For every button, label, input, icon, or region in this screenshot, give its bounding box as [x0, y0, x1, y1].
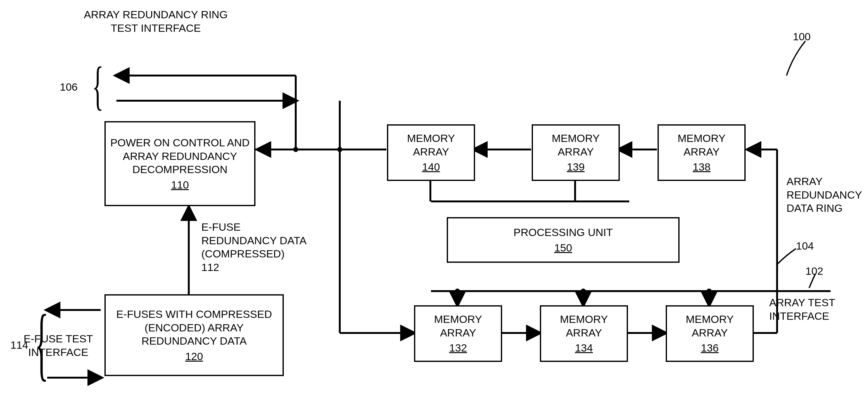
- ref-114: 114: [10, 338, 28, 352]
- block-mem-140: MEMORY ARRAY 140: [387, 124, 475, 181]
- pu-ref: 150: [554, 241, 572, 255]
- svg-point-24: [581, 288, 586, 294]
- mem-139-text: MEMORY ARRAY: [536, 131, 615, 158]
- title-array-redundancy-ring-test-interface: ARRAY REDUNDANCY RING TEST INTERFACE: [58, 8, 253, 35]
- mem-136-text: MEMORY ARRAY: [670, 312, 749, 339]
- ref-104: 104: [796, 239, 814, 253]
- mem-140-ref: 140: [422, 160, 440, 174]
- ref-100: 100: [793, 30, 811, 43]
- block-efuses: E-FUSES WITH COMPRESSED (ENCODED) ARRAY …: [104, 294, 284, 376]
- svg-point-22: [455, 288, 460, 294]
- label-efuse-redundancy-data: E-FUSE REDUNDANCY DATA (COMPRESSED) 112: [202, 220, 306, 274]
- mem-134-text: MEMORY ARRAY: [544, 312, 624, 339]
- diagram-root: ARRAY REDUNDANCY RING TEST INTERFACE 106…: [0, 0, 868, 400]
- svg-point-26: [707, 288, 712, 294]
- brace-106: {: [92, 59, 103, 112]
- block-power-text: POWER ON CONTROL AND ARRAY REDUNDANCY DE…: [109, 136, 251, 176]
- block-mem-136: MEMORY ARRAY 136: [666, 305, 754, 362]
- label-efuse-test-interface: E-FUSE TEST INTERFACE: [24, 332, 93, 359]
- label-array-test-interface: ARRAY TEST INTERFACE: [769, 296, 835, 322]
- pu-text: PROCESSING UNIT: [514, 226, 613, 239]
- block-mem-139: MEMORY ARRAY 139: [532, 124, 620, 181]
- block-processing-unit: PROCESSING UNIT 150: [447, 217, 680, 263]
- block-power-ref: 110: [171, 178, 189, 192]
- ref-102: 102: [805, 264, 823, 278]
- mem-138-text: MEMORY ARRAY: [662, 131, 741, 158]
- svg-point-7: [293, 147, 298, 152]
- block-mem-138: MEMORY ARRAY 138: [657, 124, 746, 181]
- mem-134-ref: 134: [575, 341, 593, 355]
- mem-138-ref: 138: [693, 160, 711, 174]
- block-efuses-ref: 120: [185, 350, 203, 363]
- mem-132-ref: 132: [449, 341, 467, 355]
- ref-106: 106: [60, 80, 78, 94]
- mem-132-text: MEMORY ARRAY: [418, 312, 498, 339]
- block-power-on-control: POWER ON CONTROL AND ARRAY REDUNDANCY DE…: [104, 121, 255, 206]
- block-mem-134: MEMORY ARRAY 134: [540, 305, 628, 362]
- mem-139-ref: 139: [567, 160, 585, 174]
- mem-136-ref: 136: [701, 341, 719, 355]
- block-efuses-text: E-FUSES WITH COMPRESSED (ENCODED) ARRAY …: [109, 307, 279, 348]
- mem-140-text: MEMORY ARRAY: [391, 131, 471, 158]
- block-mem-132: MEMORY ARRAY 132: [414, 305, 502, 362]
- brace-114: {: [35, 302, 49, 384]
- label-array-redundancy-data-ring: ARRAY REDUNDANCY DATA RING: [786, 175, 862, 215]
- svg-point-4: [337, 147, 342, 152]
